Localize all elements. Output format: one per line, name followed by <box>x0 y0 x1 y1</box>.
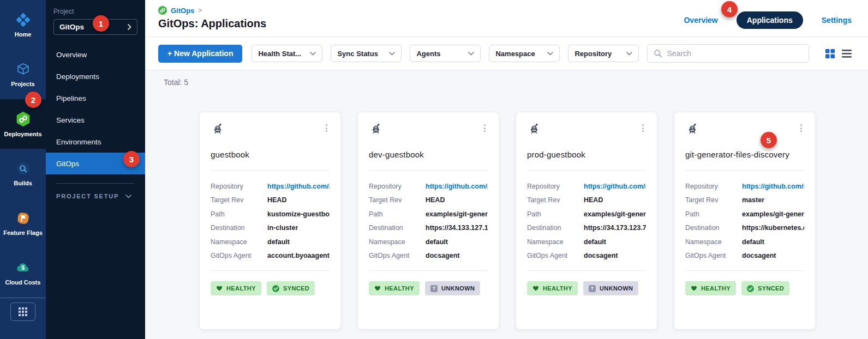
repository-link[interactable]: https://github.com/m... <box>742 183 804 190</box>
question-icon <box>430 285 438 292</box>
divider <box>685 170 804 171</box>
filter-namespace[interactable]: Namespace <box>489 45 560 62</box>
sidebar-item-environments[interactable]: Environments <box>46 131 145 153</box>
divider <box>211 170 330 171</box>
filter-label: Namespace <box>495 50 535 58</box>
field-label-namespace: Namespace <box>527 238 584 246</box>
argocd-icon <box>685 123 699 137</box>
agent-value: docsagent <box>426 252 460 259</box>
heart-icon <box>374 285 381 292</box>
module-label: Deployments <box>4 131 41 137</box>
argocd-icon <box>527 123 541 137</box>
module-label: Builds <box>14 180 32 186</box>
module-cloud-costs[interactable]: $ Cloud Costs <box>0 248 46 298</box>
tab-settings[interactable]: Settings <box>822 16 852 25</box>
project-setup-toggle[interactable]: PROJECT SETUP <box>46 193 145 199</box>
sidebar-item-services[interactable]: Services <box>46 109 145 131</box>
badge-label: HEALTHY <box>701 285 731 292</box>
card-menu-button[interactable] <box>324 123 330 134</box>
field-label-path: Path <box>685 210 742 218</box>
field-label-namespace: Namespace <box>685 238 742 246</box>
field-label-path: Path <box>527 210 584 218</box>
application-name: prod-guestbook <box>527 150 646 159</box>
status-badges: HEALTHY SYNCED <box>685 281 804 295</box>
module-projects[interactable]: Projects <box>0 50 46 99</box>
chevron-down-icon <box>626 52 632 56</box>
annotation-marker-5: 5 <box>761 132 777 148</box>
filter-health-status[interactable]: Health Stat... <box>252 45 322 62</box>
divider <box>369 270 488 271</box>
total-count: Total: 5 <box>164 78 868 87</box>
repository-link[interactable]: https://github.com/m... <box>584 183 646 190</box>
card-menu-button[interactable] <box>482 123 488 134</box>
tab-applications[interactable]: Applications <box>737 11 803 29</box>
chevron-down-icon <box>468 52 474 56</box>
field-label-repository: Repository <box>685 183 742 190</box>
module-feature-flags[interactable]: Feature Flags <box>0 198 46 248</box>
sidebar-divider <box>56 183 134 184</box>
module-deployments[interactable]: Deployments <box>0 99 46 149</box>
module-builds[interactable]: Builds <box>0 149 46 198</box>
application-card-guestbook[interactable]: guestbook Repositoryhttps://github.com/a… <box>199 112 341 330</box>
project-setup-label: PROJECT SETUP <box>56 193 119 199</box>
badge-label: SYNCED <box>758 285 784 292</box>
application-name: dev-guestbook <box>369 150 488 159</box>
card-fields: Repositoryhttps://github.com/m... Target… <box>685 179 804 263</box>
card-fields: Repositoryhttps://github.com/m... Target… <box>527 179 646 263</box>
badge-label: HEALTHY <box>226 285 256 292</box>
card-top <box>685 123 804 138</box>
chevron-down-icon <box>547 52 553 56</box>
application-name: git-generator-files-discovery <box>685 150 804 159</box>
status-badges: HEALTHY UNKNOWN <box>369 281 488 295</box>
namespace-value: default <box>584 238 606 246</box>
card-fields: Repositoryhttps://github.com/a... Target… <box>211 179 330 263</box>
application-card-git-generator-files-discovery[interactable]: git-generator-files-discovery Repository… <box>674 112 816 330</box>
heart-icon <box>532 285 539 292</box>
divider <box>685 270 804 271</box>
sidebar-item-deployments[interactable]: Deployments <box>46 65 145 87</box>
view-toggle <box>825 49 852 58</box>
argocd-icon <box>211 123 225 137</box>
sidebar-item-overview[interactable]: Overview <box>46 44 145 65</box>
new-application-button[interactable]: + New Application <box>158 45 242 63</box>
project-label: Project <box>53 8 145 15</box>
sidebar-item-pipelines[interactable]: Pipelines <box>46 87 145 109</box>
card-menu-button[interactable] <box>640 123 646 134</box>
argocd-icon <box>369 123 383 137</box>
search-input[interactable] <box>667 49 803 58</box>
field-label-agent: GitOps Agent <box>527 252 584 259</box>
projects-icon <box>16 62 31 77</box>
grid-view-icon[interactable] <box>825 49 835 58</box>
tab-overview[interactable]: Overview <box>684 16 717 25</box>
card-top <box>527 123 646 138</box>
filter-agents[interactable]: Agents <box>410 45 481 62</box>
chevron-down-icon <box>310 52 316 56</box>
filter-label: Agents <box>416 50 440 58</box>
application-card-prod-guestbook[interactable]: prod-guestbook Repositoryhttps://github.… <box>516 112 657 330</box>
module-home[interactable]: Home <box>0 0 46 50</box>
list-view-icon[interactable] <box>842 50 852 58</box>
header-tabs: Overview Applications Settings <box>684 7 852 33</box>
annotation-marker-1: 1 <box>93 15 109 32</box>
agent-value: docsagent <box>742 252 776 259</box>
breadcrumb-gitops-link[interactable]: GitOps <box>171 7 194 15</box>
card-menu-button[interactable] <box>798 123 804 134</box>
filter-repository[interactable]: Repository <box>568 45 639 62</box>
check-circle-icon <box>272 285 279 292</box>
repository-link[interactable]: https://github.com/a... <box>267 183 330 190</box>
field-label-destination: Destination <box>527 224 584 232</box>
rail-bottom <box>0 298 46 339</box>
field-label-agent: GitOps Agent <box>211 252 267 259</box>
project-selector-value: GitOps <box>59 23 84 31</box>
repository-link[interactable]: https://github.com/m... <box>426 183 488 190</box>
status-badges: HEALTHY UNKNOWN <box>527 281 646 295</box>
content-area: Total: 5 guestbook Repositoryhttps://git… <box>145 70 868 339</box>
module-switcher-button[interactable] <box>10 302 35 321</box>
apps-grid-icon <box>19 307 27 316</box>
divider <box>211 270 330 271</box>
filter-sync-status[interactable]: Sync Status <box>331 45 402 62</box>
path-value: examples/git-genera... <box>742 210 804 218</box>
application-card-dev-guestbook[interactable]: dev-guestbook Repositoryhttps://github.c… <box>357 112 499 330</box>
annotation-marker-4: 4 <box>721 1 738 17</box>
health-status-badge: HEALTHY <box>211 281 261 295</box>
